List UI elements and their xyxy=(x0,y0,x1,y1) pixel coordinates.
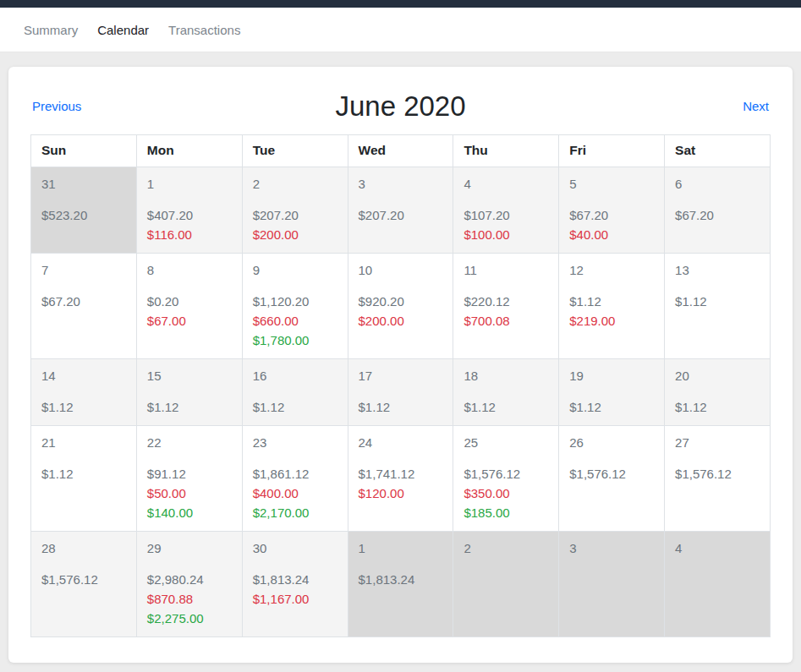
calendar-day-cell: 2 xyxy=(453,532,559,637)
day-number: 10 xyxy=(359,262,443,279)
day-amounts: $1,120.20$660.00$1,780.00 xyxy=(253,292,337,350)
expense-amount: $870.88 xyxy=(147,589,232,609)
weekday-mon: Mon xyxy=(136,135,242,167)
day-number: 28 xyxy=(41,540,126,557)
day-amounts: $0.20$67.00 xyxy=(147,292,232,331)
day-amounts: $1.12 xyxy=(41,464,126,484)
calendar-day-cell: 15$1.12 xyxy=(136,359,242,426)
balance-amount: $1.12 xyxy=(253,397,337,417)
expense-amount: $660.00 xyxy=(253,311,337,331)
expense-amount: $100.00 xyxy=(464,225,548,244)
calendar-day-cell: 23$1,861.12$400.00$2,170.00 xyxy=(242,426,348,532)
day-amounts: $1,576.12 xyxy=(41,570,126,589)
balance-amount: $1,741.12 xyxy=(359,464,443,484)
day-number: 31 xyxy=(41,176,126,193)
calendar-day-cell: 25$1,576.12$350.00$185.00 xyxy=(453,426,559,532)
day-number: 6 xyxy=(675,176,760,193)
day-amounts: $1.12 xyxy=(359,397,443,417)
day-number: 13 xyxy=(675,262,760,279)
day-number: 30 xyxy=(253,540,337,557)
calendar-day-cell: 29$2,980.24$870.88$2,275.00 xyxy=(136,532,242,637)
day-number: 2 xyxy=(253,176,337,193)
day-amounts: $1.12 xyxy=(147,397,232,417)
calendar-day-cell: 3$207.20 xyxy=(348,167,453,254)
balance-amount: $1.12 xyxy=(147,397,232,417)
tab-transactions[interactable]: Transactions xyxy=(168,23,240,37)
main-navbar: Summary Calendar Transactions xyxy=(0,8,801,52)
day-amounts: $207.20$200.00 xyxy=(253,205,337,244)
page-background: Previous June 2020 Next Sun Mon Tue Wed … xyxy=(0,52,801,669)
calendar-day-cell: 11$220.12$700.08 xyxy=(453,254,559,359)
expense-amount: $116.00 xyxy=(147,225,232,244)
day-amounts: $1,741.12$120.00 xyxy=(359,464,443,503)
expense-amount: $120.00 xyxy=(359,484,443,503)
day-number: 8 xyxy=(147,262,232,279)
day-amounts: $67.20$40.00 xyxy=(569,205,654,244)
calendar-day-cell: 1$1,813.24 xyxy=(348,532,453,637)
balance-amount: $1,576.12 xyxy=(675,464,760,484)
day-amounts: $1,813.24 xyxy=(359,570,443,589)
balance-amount: $920.20 xyxy=(359,292,443,311)
calendar-day-cell: 1$407.20$116.00 xyxy=(136,167,242,254)
day-number: 11 xyxy=(464,262,548,279)
balance-amount: $523.20 xyxy=(41,205,126,225)
calendar-day-cell: 26$1,576.12 xyxy=(559,426,665,532)
day-amounts: $407.20$116.00 xyxy=(147,205,232,244)
expense-amount: $50.00 xyxy=(147,484,232,503)
previous-link-container: Previous xyxy=(32,99,335,114)
day-amounts: $1.12 xyxy=(253,397,337,417)
balance-amount: $0.20 xyxy=(147,292,232,311)
day-amounts: $920.20$200.00 xyxy=(359,292,443,331)
balance-amount: $207.20 xyxy=(359,205,443,225)
balance-amount: $1.12 xyxy=(359,397,443,417)
balance-amount: $1,576.12 xyxy=(41,570,126,589)
day-number: 4 xyxy=(464,176,548,193)
balance-amount: $107.20 xyxy=(464,205,548,225)
day-amounts: $1,576.12 xyxy=(675,464,760,484)
balance-amount: $91.12 xyxy=(147,464,232,484)
balance-amount: $67.20 xyxy=(569,205,654,225)
day-number: 14 xyxy=(41,368,126,385)
previous-month-link[interactable]: Previous xyxy=(32,99,81,113)
income-amount: $185.00 xyxy=(464,503,548,522)
day-amounts: $1,861.12$400.00$2,170.00 xyxy=(253,464,337,522)
expense-amount: $400.00 xyxy=(253,484,337,503)
calendar-header: Previous June 2020 Next xyxy=(32,90,769,123)
tab-calendar[interactable]: Calendar xyxy=(97,23,149,37)
day-number: 7 xyxy=(41,262,126,279)
next-month-link[interactable]: Next xyxy=(743,99,769,113)
calendar-day-cell: 21$1.12 xyxy=(31,426,137,532)
day-amounts: $67.20 xyxy=(675,205,760,225)
day-amounts: $523.20 xyxy=(41,205,126,225)
day-number: 1 xyxy=(147,176,232,193)
income-amount: $2,275.00 xyxy=(147,609,232,628)
tab-summary[interactable]: Summary xyxy=(24,23,78,37)
day-number: 3 xyxy=(569,540,654,557)
calendar-day-cell: 13$1.12 xyxy=(665,254,771,359)
expense-amount: $200.00 xyxy=(253,225,337,244)
calendar-week-row: 14$1.1215$1.1216$1.1217$1.1218$1.1219$1.… xyxy=(31,359,771,426)
day-amounts: $107.20$100.00 xyxy=(464,205,548,244)
balance-amount: $220.12 xyxy=(464,292,548,311)
calendar-day-cell: 20$1.12 xyxy=(665,359,771,426)
calendar-day-cell: 17$1.12 xyxy=(348,359,453,426)
day-amounts: $1,576.12 xyxy=(569,464,654,484)
balance-amount: $1,813.24 xyxy=(253,570,337,589)
day-amounts: $1.12 xyxy=(464,397,548,417)
balance-amount: $1.12 xyxy=(41,397,126,417)
calendar-day-cell: 27$1,576.12 xyxy=(665,426,771,532)
calendar-day-cell: 5$67.20$40.00 xyxy=(559,167,665,254)
weekday-thu: Thu xyxy=(453,135,559,167)
balance-amount: $1,861.12 xyxy=(253,464,337,484)
day-amounts: $2,980.24$870.88$2,275.00 xyxy=(147,570,232,628)
day-number: 18 xyxy=(464,368,548,385)
expense-amount: $700.08 xyxy=(464,311,548,331)
balance-amount: $1.12 xyxy=(569,397,654,417)
day-number: 23 xyxy=(253,434,337,451)
expense-amount: $219.00 xyxy=(569,311,654,331)
day-number: 27 xyxy=(675,434,760,451)
calendar-day-cell: 3 xyxy=(559,532,665,637)
day-number: 26 xyxy=(569,434,654,451)
day-number: 22 xyxy=(147,434,232,451)
weekday-sat: Sat xyxy=(665,135,771,167)
